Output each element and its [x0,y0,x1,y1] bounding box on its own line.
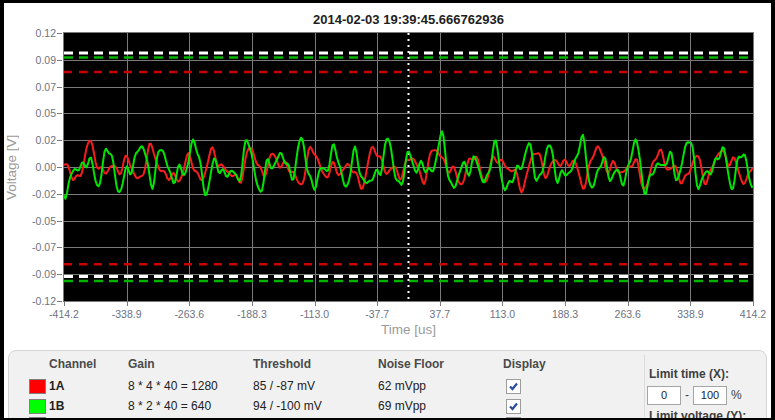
y-tick-mark [57,167,62,168]
channel-color-swatch [29,417,46,418]
y-tick-label: -0.12 [12,295,56,307]
x-tick-label: 37.7 [412,308,468,320]
y-tick-label: 0.05 [12,107,56,119]
waveform-canvas[interactable] [64,33,753,301]
limit-voltage-label: Limit voltage (Y): [649,409,746,418]
col-header-gain: Gain [128,357,155,373]
x-tick-label: 188.3 [537,308,593,320]
x-tick-label: -37.7 [349,308,405,320]
x-tick-label: 113.0 [474,308,530,320]
y-tick-label: 0.09 [12,54,56,66]
y-tick-label: 0.12 [12,27,56,39]
y-tick-label: -0.07 [12,241,56,253]
limit-time-controls: - % [647,385,742,405]
y-tick-label: -0.09 [12,268,56,280]
y-tick-mark [57,33,62,34]
y-tick-mark [57,140,62,141]
gain-value: 8 * 4 * 40 = 1280 [128,379,218,393]
x-tick-label: -188.3 [224,308,280,320]
y-tick-mark [57,194,62,195]
col-header-display: Display [503,357,546,373]
y-tick-mark [57,87,62,88]
x-tick-label: 263.6 [600,308,656,320]
col-header-channel: Channel [49,357,96,373]
channel-panel: Channel Gain Threshold Noise Floor Displ… [8,350,767,418]
channel-name: 1B [49,399,64,413]
x-tick-label: -113.0 [287,308,343,320]
noise-floor-value: 69 mVpp [378,399,426,413]
col-header-noise-floor: Noise Floor [378,357,444,373]
app-window: 2014-02-03 19:39:45.666762936 Voltage [V… [4,3,771,418]
x-tick-label: 414.2 [725,308,771,320]
panel-divider [644,355,645,418]
x-axis-title: Time [us] [64,322,753,337]
noise-floor-value: 62 mVpp [378,379,426,393]
y-tick-mark [57,301,62,302]
chart-title: 2014-02-03 19:39:45.666762936 [64,12,753,27]
display-checkbox[interactable] [506,399,521,414]
x-tick-label: -338.9 [99,308,155,320]
x-tick-label: -414.2 [36,308,92,320]
x-tick-label: 338.9 [662,308,718,320]
y-tick-label: 0.02 [12,134,56,146]
y-tick-mark [57,113,62,114]
y-tick-label: 0.07 [12,81,56,93]
x-tick-label: -263.6 [161,308,217,320]
oscilloscope-plot[interactable] [63,32,754,302]
threshold-value: 85 / -87 mV [253,379,315,393]
check-icon [508,401,519,412]
y-tick-label: 0.00 [12,161,56,173]
y-tick-label: -0.05 [12,215,56,227]
channel-color-swatch [29,379,46,394]
limit-time-from-input[interactable] [647,386,681,405]
limit-time-label: Limit time (X): [649,367,729,381]
channel-name: 1A [49,379,64,393]
y-tick-label: -0.02 [12,188,56,200]
gain-value: 8 * 2 * 40 = 640 [128,399,211,413]
threshold-value: 94 / -100 mV [253,399,322,413]
y-tick-mark [57,247,62,248]
display-checkbox[interactable] [506,379,521,394]
channel-name: 1C [49,417,64,418]
check-icon [508,381,519,392]
limit-range-separator: - [685,388,689,402]
channel-color-swatch [29,399,46,414]
display-checkbox[interactable] [506,417,521,418]
y-tick-mark [57,221,62,222]
y-tick-mark [57,274,62,275]
col-header-threshold: Threshold [253,357,311,373]
limit-time-to-input[interactable] [693,386,727,405]
y-tick-mark [57,60,62,61]
limit-time-unit: % [731,388,742,402]
